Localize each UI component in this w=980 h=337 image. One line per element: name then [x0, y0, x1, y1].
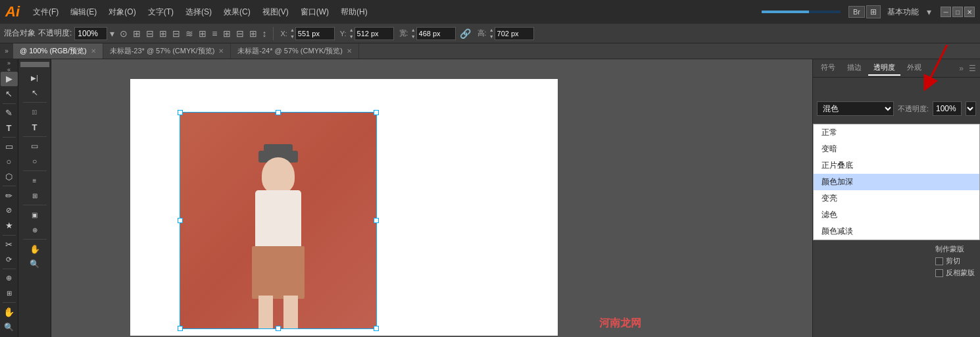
handle-top-center[interactable] [276, 110, 281, 115]
tool-brush[interactable]: ✏ [1, 188, 18, 203]
tool-select[interactable]: ▶ [1, 72, 18, 86]
tool-star[interactable]: ★ [1, 219, 18, 233]
minimize-button[interactable]: ─ [941, 7, 951, 17]
s-tool-8[interactable]: ⊞ [20, 188, 49, 203]
tab-transparency[interactable]: 透明度 [868, 61, 900, 76]
menu-help[interactable]: 帮助(H) [335, 4, 373, 20]
tool-rotate[interactable]: ⟳ [1, 252, 18, 267]
link-icon[interactable]: 🔗 [458, 28, 472, 39]
blend-item-screen[interactable]: 滤色 [814, 207, 979, 223]
tab-1[interactable]: @ 100% (RGB/预览) ✕ [13, 43, 103, 59]
opacity-input[interactable] [74, 27, 107, 40]
w-down-arrow[interactable]: ▼ [410, 34, 416, 40]
tab-3[interactable]: 未标题-24* @ 57% (CMYK/预览) ✕ [231, 43, 359, 59]
menu-effect[interactable]: 效果(C) [218, 4, 256, 20]
handle-middle-left[interactable] [178, 218, 183, 223]
opacity-dropdown-icon[interactable]: ▾ [109, 28, 116, 39]
panel-menu-icon[interactable]: ☰ [968, 63, 977, 74]
tool-rect[interactable]: ▭ [1, 140, 18, 154]
handle-bottom-left[interactable] [178, 326, 183, 331]
tool-icon-3: ⊟ [145, 28, 155, 39]
tool-zoom[interactable]: 🔍 [1, 320, 18, 334]
blend-item-darken[interactable]: 变暗 [814, 141, 979, 157]
opt-invert-checkbox[interactable] [935, 269, 943, 277]
toolbar-collapse[interactable]: »« [1, 62, 18, 71]
opt-clip-checkbox[interactable] [935, 257, 943, 265]
y-down-arrow[interactable]: ▼ [349, 34, 355, 40]
menu-select[interactable]: 选择(S) [180, 4, 217, 20]
tab-2-label: 未标题-23* @ 57% (CMYK/预览) [110, 46, 215, 56]
blend-item-normal[interactable]: 正常 [814, 124, 979, 141]
h-up-arrow[interactable]: ▲ [489, 27, 495, 34]
blend-opacity-dropdown[interactable]: ▾ [966, 101, 976, 116]
tool-scissors[interactable]: ✂ [1, 237, 18, 251]
tool-type[interactable]: T [1, 120, 18, 135]
y-label: Y: [340, 30, 347, 38]
menu-edit[interactable]: 编辑(E) [65, 4, 102, 20]
s-tool-12[interactable]: 🔍 [20, 257, 49, 271]
handle-bottom-center[interactable] [276, 326, 281, 331]
tab-2[interactable]: 未标题-23* @ 57% (CMYK/预览) ✕ [103, 43, 232, 59]
s-tool-2[interactable]: ↖ [20, 86, 49, 100]
blend-item-color-burn[interactable]: 颜色加深 [814, 174, 979, 190]
menu-view[interactable]: 视图(V) [257, 4, 294, 20]
tab-collapse-button[interactable]: » [0, 43, 13, 59]
tab-1-label: @ 100% (RGB/预览) [20, 46, 87, 56]
h-down-arrow[interactable]: ▼ [489, 34, 495, 40]
maximize-button[interactable]: □ [952, 7, 963, 17]
tool-sep-1 [3, 103, 16, 104]
y-up-arrow[interactable]: ▲ [349, 27, 355, 34]
tool-hand[interactable]: ✋ [1, 305, 18, 319]
tool-polygon[interactable]: ⬡ [1, 170, 18, 184]
s-tool-7[interactable]: ≡ [20, 173, 49, 188]
blend-mode-select[interactable]: 混色 正常 变暗 正片叠底 颜色加深 变亮 滤色 颜色减淡 [817, 101, 894, 116]
tab-1-close[interactable]: ✕ [91, 47, 96, 55]
tool-measure[interactable]: ⊞ [1, 286, 18, 301]
workspace-dropdown-icon[interactable]: ▾ [925, 7, 933, 17]
blend-item-lighten[interactable]: 变亮 [814, 190, 979, 207]
s-tool-5[interactable]: ▭ [20, 139, 49, 153]
s-tool-1[interactable]: ▶| [20, 70, 49, 85]
toolbar-handle[interactable] [20, 62, 49, 67]
s-tool-4[interactable]: T [20, 120, 49, 134]
selected-image[interactable] [180, 112, 377, 329]
canvas-area[interactable]: 河南龙网 [51, 59, 812, 337]
blend-opacity-input[interactable] [933, 101, 962, 116]
tool-zoom-out-canvas[interactable]: ⊕ [1, 271, 18, 286]
head [262, 157, 295, 194]
tool-direct-select[interactable]: ↖ [1, 87, 18, 101]
y-input[interactable] [355, 27, 394, 40]
s-tool-10[interactable]: ⊕ [20, 222, 49, 237]
width-input[interactable] [416, 27, 456, 40]
x-down-arrow[interactable]: ▼ [289, 34, 295, 40]
tool-ellipse[interactable]: ○ [1, 155, 18, 169]
s-tool-3[interactable]: ✎⃝ [20, 105, 49, 119]
tab-stroke[interactable]: 描边 [842, 61, 867, 76]
grid-icon[interactable]: ⊞ [866, 5, 881, 18]
x-input[interactable] [295, 27, 335, 40]
photo-mockup [180, 113, 376, 328]
s-tool-11[interactable]: ✋ [20, 242, 49, 256]
s-tool-6[interactable]: ○ [20, 154, 49, 168]
tool-pen[interactable]: ✎ [1, 105, 18, 120]
s-tool-9[interactable]: ▣ [20, 207, 49, 222]
handle-top-right[interactable] [374, 110, 379, 115]
close-button[interactable]: ✕ [964, 7, 975, 17]
menu-type[interactable]: 文字(T) [143, 4, 179, 20]
tool-pencil[interactable]: ⊘ [1, 203, 18, 218]
height-input[interactable] [495, 27, 534, 40]
tab-symbol[interactable]: 符号 [816, 61, 841, 76]
menu-file[interactable]: 文件(F) [28, 4, 64, 20]
blend-item-multiply[interactable]: 正片叠底 [814, 157, 979, 174]
handle-bottom-right[interactable] [374, 326, 379, 331]
handle-middle-right[interactable] [374, 218, 379, 223]
menu-object[interactable]: 对象(O) [103, 4, 141, 20]
tab-2-close[interactable]: ✕ [218, 47, 224, 55]
blend-item-color-dodge[interactable]: 颜色减淡 [814, 223, 979, 240]
menu-window[interactable]: 窗口(W) [295, 4, 334, 20]
w-up-arrow[interactable]: ▲ [410, 27, 416, 34]
x-up-arrow[interactable]: ▲ [289, 27, 295, 34]
tab-3-close[interactable]: ✕ [347, 47, 352, 55]
handle-top-left[interactable] [178, 110, 183, 115]
opt-row-mask: 制作蒙版 [935, 244, 975, 254]
